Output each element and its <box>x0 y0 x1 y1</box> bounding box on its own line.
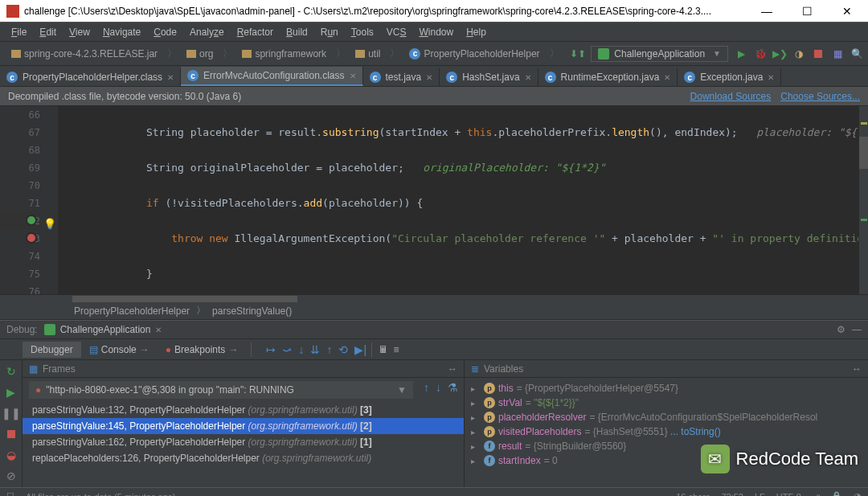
drop-frame-icon[interactable]: ⟲ <box>338 343 348 356</box>
tab-exception[interactable]: cException.java✕ <box>678 68 781 86</box>
caret-position[interactable]: 72:52 <box>721 492 743 497</box>
trace-icon[interactable]: ≡ <box>390 343 403 356</box>
menu-tools[interactable]: Tools <box>345 25 380 39</box>
pause-icon[interactable]: ❚❚ <box>2 407 21 420</box>
menu-refactor[interactable]: Refactor <box>231 25 280 39</box>
breadcrumb-method[interactable]: parseStringValue() <box>212 305 292 317</box>
readonly-lock-icon[interactable]: 🔒 <box>831 491 842 496</box>
memory-indicator[interactable]: ◔ <box>854 491 862 496</box>
close-icon[interactable]: ✕ <box>167 73 174 82</box>
settings-icon[interactable]: ⚙ <box>837 324 845 335</box>
gutter[interactable]: 66 67 68 69 70 71 72💡 73 74 75 76 <box>0 106 58 294</box>
filter-frames-icon[interactable]: ⚗ <box>445 381 461 399</box>
git-icon[interactable]: ☐ <box>6 491 14 496</box>
menu-navigate[interactable]: Navigate <box>96 25 147 39</box>
frame-item[interactable]: parseStringValue:162, PropertyPlaceholde… <box>23 434 464 450</box>
menu-file[interactable]: File <box>5 25 33 39</box>
variable-row[interactable]: ▸p strVal = "${${1*2}}" <box>471 396 862 410</box>
step-into-icon[interactable]: ↓ <box>298 343 304 356</box>
variable-row[interactable]: ▸p this = {PropertyPlaceholderHelper@554… <box>471 381 862 396</box>
file-encoding[interactable]: UTF-8 <box>776 492 801 497</box>
rerun-icon[interactable]: ↻ <box>6 365 16 378</box>
minimize-button[interactable]: — <box>752 5 781 18</box>
menu-run[interactable]: Run <box>314 25 345 39</box>
next-frame-icon[interactable]: ↓ <box>433 381 444 399</box>
menu-window[interactable]: Window <box>412 25 460 39</box>
close-icon[interactable]: ✕ <box>768 73 774 82</box>
run-button[interactable]: ▶ <box>735 47 747 60</box>
search-everywhere-button[interactable]: 🔍 <box>850 47 863 60</box>
more-options-icon[interactable]: ↔ <box>448 363 457 375</box>
download-sources-link[interactable]: Download Sources <box>690 91 772 102</box>
menu-view[interactable]: View <box>63 25 96 39</box>
coverage-button[interactable]: ▶❯ <box>773 47 786 60</box>
frame-item[interactable]: parseStringValue:145, PropertyPlaceholde… <box>23 418 464 434</box>
profile-button[interactable]: ◑ <box>792 47 805 60</box>
nav-class[interactable]: cPropertyPlaceholderHelper <box>403 47 546 61</box>
evaluate-expression-icon[interactable]: 🖩 <box>377 343 390 356</box>
run-configuration-selector[interactable]: ChallengeApplication ▼ <box>591 46 728 62</box>
close-icon[interactable]: ✕ <box>426 73 432 82</box>
force-step-into-icon[interactable]: ⇊ <box>310 343 320 356</box>
step-out-icon[interactable]: ↑ <box>326 343 332 356</box>
thread-selector[interactable]: ● "http-nio-8080-exec-1"@5,308 in group … <box>29 381 413 399</box>
variable-row[interactable]: ▸f result = {StringBuilder@5560} <box>471 439 862 453</box>
warning-marker[interactable] <box>861 122 867 125</box>
tab-runtimeexception[interactable]: cRuntimeException.java✕ <box>538 68 678 86</box>
variable-row[interactable]: ▸p placeholderResolver = {ErrorMvcAutoCo… <box>471 410 862 424</box>
nav-util[interactable]: util <box>349 47 387 61</box>
scrollbar-thumb[interactable] <box>859 137 868 169</box>
menu-analyze[interactable]: Analyze <box>183 25 231 39</box>
resume-icon[interactable]: ▶ <box>6 386 15 399</box>
scrollbar-thumb[interactable] <box>72 296 297 302</box>
breakpoint-disabled-icon[interactable] <box>26 232 37 244</box>
project-structure-button[interactable]: ▦ <box>831 47 844 60</box>
menu-edit[interactable]: Edit <box>33 25 63 39</box>
editor-h-scrollbar[interactable] <box>0 294 868 302</box>
minimize-tool-icon[interactable]: — <box>852 324 862 335</box>
ok-marker[interactable] <box>861 219 867 221</box>
intention-bulb-icon[interactable]: 💡 <box>43 215 56 233</box>
frames-list[interactable]: parseStringValue:132, PropertyPlaceholde… <box>23 402 464 487</box>
menu-vcs[interactable]: VCS <box>380 25 413 39</box>
close-button[interactable]: ✕ <box>833 5 862 18</box>
close-icon[interactable]: ✕ <box>664 73 670 82</box>
build-hammer-icon[interactable]: ⬇⬆ <box>571 47 584 60</box>
debug-button[interactable]: 🐞 <box>754 47 767 60</box>
view-breakpoints-icon[interactable]: ◒ <box>6 449 16 461</box>
choose-sources-link[interactable]: Choose Sources... <box>780 91 860 102</box>
breakpoint-icon[interactable] <box>26 215 37 226</box>
code-content[interactable]: String placeholder = result.substring(st… <box>58 106 858 294</box>
console-tab[interactable]: ▤Console→ <box>81 342 158 358</box>
menu-help[interactable]: Help <box>460 25 493 39</box>
more-options-icon[interactable]: ↔ <box>852 363 862 375</box>
run-to-cursor-icon[interactable]: ▶| <box>354 343 366 356</box>
maximize-button[interactable]: ☐ <box>792 5 821 18</box>
menu-build[interactable]: Build <box>280 25 314 39</box>
tab-hashset[interactable]: cHashSet.java✕ <box>440 68 538 86</box>
variable-row[interactable]: ▸f startIndex = 0 <box>471 453 862 468</box>
tab-test[interactable]: ctest.java✕ <box>363 68 440 86</box>
close-icon[interactable]: ✕ <box>350 72 356 80</box>
show-execution-point-icon[interactable]: ↦ <box>266 343 276 356</box>
variable-row[interactable]: ▸p visitedPlaceholders = {HashSet@5551} … <box>471 424 862 439</box>
line-separator[interactable]: LF <box>755 492 765 497</box>
prev-frame-icon[interactable]: ↑ <box>421 381 432 399</box>
frame-item[interactable]: parseStringValue:132, PropertyPlaceholde… <box>23 402 464 418</box>
nav-root[interactable]: spring-core-4.2.3.RELEASE.jar <box>5 47 164 61</box>
variables-list[interactable]: ▸p this = {PropertyPlaceholderHelper@554… <box>465 378 868 487</box>
nav-springframework[interactable]: springframework <box>235 47 333 61</box>
debugger-tab[interactable]: Debugger <box>23 342 81 358</box>
mute-breakpoints-icon[interactable]: ⊘ <box>6 469 16 482</box>
editor-area[interactable]: 66 67 68 69 70 71 72💡 73 74 75 76 String… <box>0 106 868 294</box>
close-icon[interactable]: ✕ <box>525 73 531 82</box>
editor-scrollbar[interactable] <box>858 106 868 294</box>
indent-indicator[interactable]: ⇥ <box>813 491 820 496</box>
breakpoints-tab[interactable]: ●Breakpoints→ <box>158 342 247 358</box>
stop-icon[interactable] <box>7 428 15 441</box>
tab-propertyplaceholderhelper[interactable]: cPropertyPlaceholderHelper.class✕ <box>0 68 181 86</box>
frame-item[interactable]: replacePlaceholders:126, PropertyPlaceho… <box>23 450 464 466</box>
step-over-icon[interactable]: ⤻ <box>282 343 292 356</box>
close-icon[interactable]: ✕ <box>155 326 162 334</box>
breadcrumb-class[interactable]: PropertyPlaceholderHelper <box>10 305 190 317</box>
